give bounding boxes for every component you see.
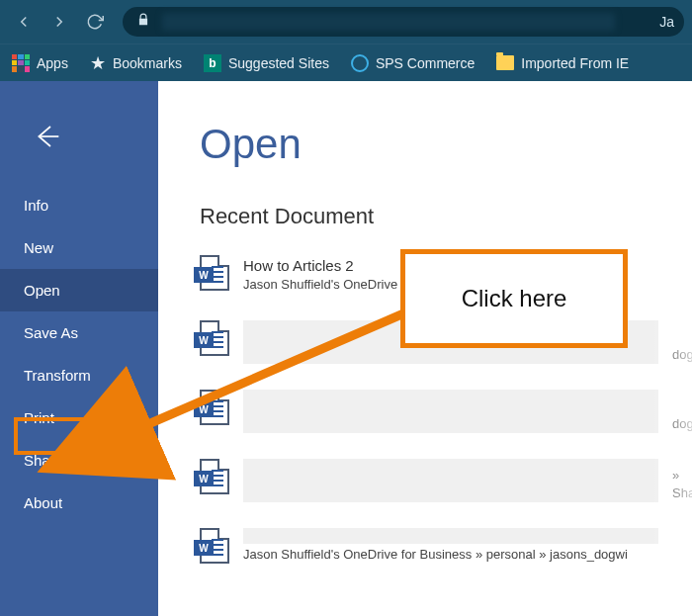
doc-text: [243, 390, 658, 433]
sidebar-item-label: Save As: [24, 324, 78, 341]
back-arrow-button[interactable]: [0, 111, 158, 184]
bookmark-suggested-sites[interactable]: b Suggested Sites: [204, 54, 329, 72]
bookmark-label: Imported From IE: [521, 55, 629, 71]
word-doc-icon: W: [200, 459, 229, 494]
redacted-block: [243, 459, 658, 502]
word-doc-icon: W: [200, 390, 229, 425]
bookmark-sps-commerce[interactable]: SPS Commerce: [351, 54, 475, 72]
doc-row[interactable]: W dogw: [200, 390, 692, 433]
sidebar-item-print[interactable]: Print: [0, 396, 158, 439]
bookmark-label: Suggested Sites: [228, 55, 329, 71]
back-button[interactable]: [8, 6, 40, 38]
page-title: Open: [200, 121, 692, 168]
sidebar-item-label: Transform: [24, 367, 91, 384]
word-backstage: Info New Open Save As Transform Print Sh…: [0, 81, 692, 616]
url-hint: Ja: [659, 14, 674, 30]
fade-overlay: [652, 81, 692, 616]
sidebar-item-label: Print: [24, 409, 54, 426]
doc-row[interactable]: W Jason Shuffield's OneDrive for Busines…: [200, 528, 692, 568]
doc-row[interactable]: W » Sha: [200, 459, 692, 502]
section-title: Recent Document: [200, 204, 692, 229]
sidebar-item-label: Info: [24, 197, 48, 214]
forward-button[interactable]: [43, 6, 75, 38]
sidebar-item-label: New: [24, 239, 53, 256]
sidebar-item-new[interactable]: New: [0, 226, 158, 269]
bing-icon: b: [204, 54, 221, 72]
sidebar-item-transform[interactable]: Transform: [0, 354, 158, 396]
sidebar-item-save-as[interactable]: Save As: [0, 311, 158, 354]
sidebar-item-open[interactable]: Open: [0, 269, 158, 311]
folder-icon: [496, 55, 514, 70]
sidebar-item-label: Share: [24, 452, 63, 469]
url-blurred: [162, 13, 615, 31]
callout-text: Click here: [462, 285, 567, 312]
bookmark-label: SPS Commerce: [376, 55, 475, 71]
lock-icon: [136, 13, 150, 31]
bookmark-label: Apps: [37, 55, 68, 71]
bookmark-imported-from-ie[interactable]: Imported From IE: [496, 55, 629, 71]
sidebar: Info New Open Save As Transform Print Sh…: [0, 81, 158, 616]
browser-nav-bar: Ja: [0, 0, 692, 44]
doc-text: [243, 459, 658, 502]
bookmark-bookmarks[interactable]: ★ Bookmarks: [90, 52, 182, 74]
address-bar[interactable]: Ja: [123, 7, 684, 37]
doc-text: Jason Shuffield's OneDrive for Business …: [243, 528, 658, 564]
redacted-block: [243, 390, 658, 433]
sidebar-item-share[interactable]: Share: [0, 439, 158, 482]
word-doc-icon: W: [200, 528, 229, 564]
star-icon: ★: [90, 52, 106, 74]
word-doc-icon: W: [200, 320, 229, 356]
bookmark-apps[interactable]: Apps: [12, 54, 68, 72]
sidebar-item-info[interactable]: Info: [0, 184, 158, 226]
bookmarks-bar: Apps ★ Bookmarks b Suggested Sites SPS C…: [0, 44, 692, 81]
sidebar-item-about[interactable]: About: [0, 482, 158, 524]
sps-icon: [351, 54, 369, 72]
reload-button[interactable]: [79, 6, 111, 38]
redacted-block: [243, 528, 658, 544]
sidebar-item-label: About: [24, 494, 62, 511]
doc-path: Jason Shuffield's OneDrive for Business …: [243, 546, 658, 564]
bookmark-label: Bookmarks: [113, 55, 182, 71]
annotation-callout: Click here: [400, 249, 628, 348]
word-doc-icon: W: [200, 255, 229, 291]
sidebar-item-label: Open: [24, 282, 60, 299]
apps-icon: [12, 54, 30, 72]
main-panel: Open Recent Document W How to Articles 2…: [158, 81, 692, 616]
